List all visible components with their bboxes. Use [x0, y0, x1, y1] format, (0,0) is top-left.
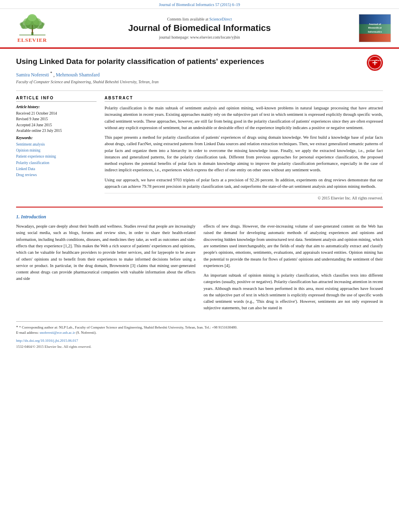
doi-link[interactable]: http://dx.doi.org/10.1016/j.jbi.2015.06.…	[16, 339, 78, 343]
keyword-5[interactable]: Linked Data	[16, 166, 97, 172]
svg-point-11	[20, 23, 23, 26]
journal-citation-bar: Journal of Biomedical Informatics 57 (20…	[0, 0, 399, 9]
journal-main-title: Journal of Biomedical Informatics	[56, 23, 343, 33]
divider-1	[16, 90, 383, 91]
abstract-para-1: Polarity classification is the main subt…	[105, 105, 383, 131]
elsevier-logo-area: ELSEVIER	[8, 13, 56, 43]
intro-two-col: Nowadays, people care deeply about their…	[16, 223, 383, 314]
elsevier-wordmark: ELSEVIER	[17, 37, 47, 43]
crossmark-area[interactable]: CrossMark	[367, 55, 383, 71]
footnote-area: * * Corresponding author at: NLP Lab., F…	[16, 321, 383, 350]
corresponding-marker: *	[50, 71, 52, 75]
intro-para-1: Nowadays, people care deeply about their…	[16, 223, 195, 282]
keyword-4[interactable]: Polarity classification	[16, 160, 97, 166]
article-info-panel: ARTICLE INFO Article history: Received 2…	[16, 96, 97, 200]
keyword-6[interactable]: Drug reviews	[16, 172, 97, 178]
intro-para-3: An important subtask of opinion mining i…	[204, 272, 383, 312]
author-name-1[interactable]: Samira Noferesti	[16, 72, 49, 78]
abstract-heading: ABSTRACT	[105, 96, 383, 102]
intro-heading: 1. Introduction	[16, 214, 383, 220]
received-date: Received 21 October 2014	[16, 111, 97, 116]
doi-line: http://dx.doi.org/10.1016/j.jbi.2015.06.…	[16, 338, 383, 344]
journal-homepage: journal homepage: www.elsevier.com/locat…	[56, 35, 343, 39]
authors-line: Samira Noferesti * , Mehrnoush Shamsfard	[16, 71, 383, 78]
divider-2	[16, 207, 383, 207]
keyword-2[interactable]: Opinion mining	[16, 148, 97, 154]
intro-right: effects of new drugs. However, the ever-…	[204, 223, 383, 314]
article-info-abstract: ARTICLE INFO Article history: Received 2…	[16, 96, 383, 200]
svg-point-8	[28, 14, 37, 21]
author-name-2[interactable]: Mehrnoush Shamsfard	[56, 72, 100, 78]
email-label: E-mail address:	[16, 331, 39, 335]
keyword-1[interactable]: Sentiment analysis	[16, 142, 97, 148]
elsevier-logo: ELSEVIER	[8, 13, 56, 43]
journal-citation: Journal of Biomedical Informatics 57 (20…	[159, 2, 240, 7]
intro-right-text: effects of new drugs. However, the ever-…	[204, 223, 383, 311]
svg-point-12	[41, 23, 45, 26]
intro-left-text: Nowadays, people care deeply about their…	[16, 223, 195, 282]
crossmark-icon: CrossMark	[368, 55, 382, 70]
corresponding-note: * * Corresponding author at: NLP Lab., F…	[16, 324, 383, 331]
science-direct-line: Contents lists available at ScienceDirec…	[56, 17, 343, 21]
keywords-label: Keywords:	[16, 136, 97, 140]
journal-thumb-text: Journal ofBiomedicalInformatics	[368, 23, 382, 33]
journal-title-area: Contents lists available at ScienceDirec…	[56, 17, 343, 39]
elsevier-tree-icon	[17, 13, 47, 36]
abstract-text: Polarity classification is the main subt…	[105, 105, 383, 190]
available-date: Available online 23 July 2015	[16, 128, 97, 134]
history-label: Article history:	[16, 105, 97, 109]
keywords-list: Sentiment analysis Opinion mining Patien…	[16, 142, 97, 178]
abstract-para-2: This paper presents a method for polarit…	[105, 134, 383, 174]
intro-para-2: effects of new drugs. However, the ever-…	[204, 223, 383, 269]
science-direct-link[interactable]: ScienceDirect	[209, 17, 232, 21]
article-info-heading: ARTICLE INFO	[16, 96, 97, 102]
journal-thumbnail-area: Journal ofBiomedicalInformatics	[343, 14, 391, 42]
fn-text: * Corresponding author at: NLP Lab., Fac…	[19, 325, 238, 329]
introduction-section: 1. Introduction Nowadays, people care de…	[16, 214, 383, 314]
journal-header: ELSEVIER Contents lists available at Sci…	[0, 9, 399, 49]
paper-content: Using Linked Data for polarity classific…	[0, 49, 399, 358]
issn-line: 1532-0464/© 2015 Elsevier Inc. All right…	[16, 344, 383, 350]
accepted-date: Accepted 24 June 2015	[16, 122, 97, 128]
email-line: E-mail address: snoferesti@ece.usb.ac.ir…	[16, 330, 383, 336]
copyright-line: © 2015 Elsevier Inc. All rights reserved…	[105, 193, 383, 200]
keyword-3[interactable]: Patient experience mining	[16, 154, 97, 160]
contents-available-text: Contents lists available at	[167, 17, 208, 21]
revised-date: Revised 9 June 2015	[16, 116, 97, 122]
paper-title-area: Using Linked Data for polarity classific…	[16, 57, 383, 71]
fn-star: *	[16, 325, 19, 329]
abstract-para-3: Using our approach, we have extracted 97…	[105, 177, 383, 190]
abstract-panel: ABSTRACT Polarity classification is the …	[105, 96, 383, 200]
email-link[interactable]: snoferesti@ece.usb.ac.ir	[39, 331, 75, 335]
paper-title: Using Linked Data for polarity classific…	[16, 57, 264, 67]
journal-thumbnail: Journal ofBiomedicalInformatics	[359, 14, 391, 42]
intro-left: Nowadays, people care deeply about their…	[16, 223, 195, 314]
affiliation: Faculty of Computer Science and Engineer…	[16, 80, 383, 84]
crossmark-badge: CrossMark	[367, 55, 383, 71]
homepage-text: journal homepage: www.elsevier.com/locat…	[159, 35, 240, 39]
email-suffix: (S. Noferesti).	[76, 331, 97, 335]
